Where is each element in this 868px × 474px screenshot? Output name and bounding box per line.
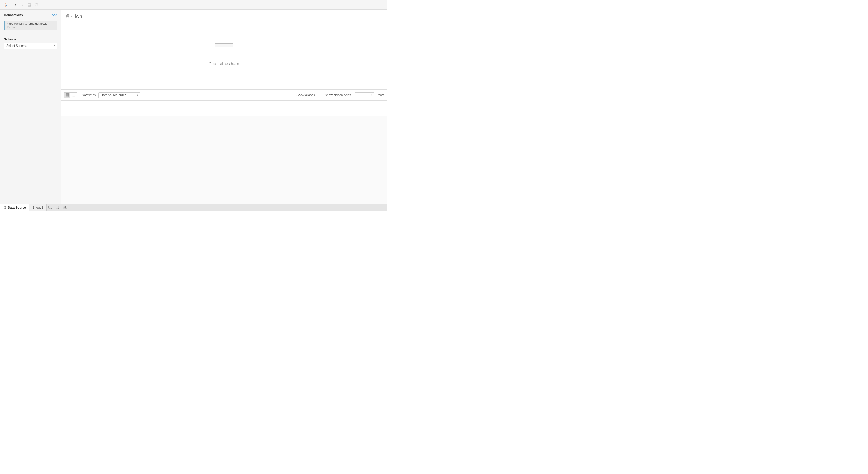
bottom-tab-bar: Data Source Sheet 1	[0, 204, 387, 211]
grid-body	[61, 116, 387, 204]
grid-column-header	[64, 101, 387, 116]
connection-item[interactable]: https://wholly-...-orca.dataos.io Presto	[4, 21, 57, 30]
schema-select[interactable]: Select Schema ▼	[4, 43, 57, 49]
back-button[interactable]	[12, 2, 19, 8]
forward-button	[19, 2, 26, 8]
sort-fields-value: Data source order	[101, 93, 126, 97]
new-dashboard-button[interactable]	[54, 204, 61, 211]
datasource-name[interactable]: iwh	[75, 13, 82, 19]
view-toggle	[64, 92, 77, 98]
show-hidden-fields-checkbox[interactable]: Show hidden fields	[320, 93, 351, 97]
show-aliases-label: Show aliases	[297, 93, 315, 97]
top-toolbar	[0, 0, 387, 10]
show-aliases-checkbox[interactable]: Show aliases	[292, 93, 315, 97]
checkbox-icon	[292, 94, 295, 97]
connections-title: Connections	[4, 13, 23, 17]
tableau-logo-icon[interactable]	[2, 2, 9, 8]
schema-select-value: Select Schema	[6, 44, 27, 48]
svg-rect-3	[65, 94, 68, 96]
save-button[interactable]	[26, 2, 33, 8]
sort-fields-select[interactable]: Data source order ▼	[98, 92, 141, 98]
grid-view-button[interactable]	[64, 92, 70, 98]
tab-sheet-1-label: Sheet 1	[32, 206, 43, 209]
left-sidebar: Connections Add https://wholly-...-orca.…	[0, 10, 61, 204]
connection-type: Presto	[7, 26, 55, 29]
chevron-down-icon: ▼	[53, 45, 55, 47]
checkbox-icon	[320, 94, 323, 97]
svg-rect-5	[49, 206, 51, 208]
content-area: iwh Drag tables here	[61, 10, 387, 204]
rows-count-input[interactable]: ➔	[355, 92, 374, 98]
list-view-button[interactable]	[70, 92, 77, 98]
show-hidden-fields-label: Show hidden fields	[325, 93, 351, 97]
schema-title: Schema	[4, 37, 57, 41]
chevron-down-icon: ▼	[136, 94, 138, 96]
refresh-button	[33, 2, 39, 8]
main-area: Connections Add https://wholly-...-orca.…	[0, 10, 387, 204]
sort-fields-label: Sort fields	[82, 93, 96, 97]
table-placeholder-icon	[215, 43, 233, 58]
add-connection-link[interactable]: Add	[52, 13, 57, 17]
svg-point-4	[4, 206, 6, 207]
rows-label: rows	[378, 93, 384, 97]
svg-point-2	[67, 14, 69, 16]
tab-data-source[interactable]: Data Source	[0, 204, 29, 211]
database-icon[interactable]	[66, 14, 72, 19]
tab-sheet-1[interactable]: Sheet 1	[29, 204, 46, 211]
datasource-header: iwh	[61, 10, 387, 20]
svg-point-0	[5, 5, 6, 5]
tab-data-source-label: Data Source	[8, 206, 26, 209]
grid-controls-bar: Sort fields Data source order ▼ Show ali…	[61, 90, 387, 101]
arrow-right-icon: ➔	[370, 93, 373, 97]
drag-hint-text: Drag tables here	[209, 62, 239, 66]
connection-url: https://wholly-...-orca.dataos.io	[7, 22, 55, 25]
new-worksheet-button[interactable]	[46, 204, 54, 211]
new-story-button[interactable]	[61, 204, 68, 211]
svg-rect-9	[63, 206, 65, 208]
canvas-drop-zone[interactable]: Drag tables here	[61, 20, 387, 90]
